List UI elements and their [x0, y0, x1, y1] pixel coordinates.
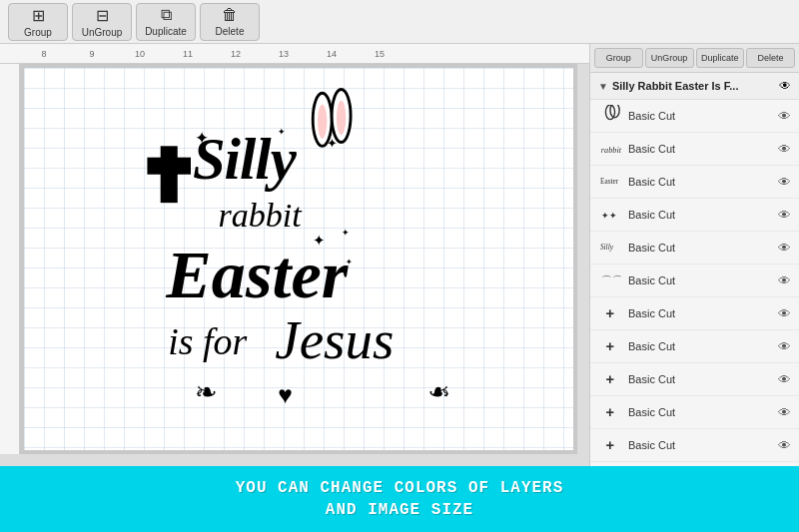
delete-button[interactable]: 🗑 Delete	[200, 3, 260, 41]
main-content: 8 9 10 11 12 13 14 15	[0, 44, 799, 466]
layer-thumbnail	[598, 104, 622, 128]
duplicate-button[interactable]: ⧉ Duplicate	[136, 3, 196, 41]
layer-eye-icon[interactable]: 👁	[778, 339, 791, 354]
svg-text:+: +	[605, 437, 614, 453]
layer-thumbnail: ⌒⌒	[598, 268, 622, 292]
svg-text:❧: ❧	[427, 377, 450, 407]
layer-label: Basic Cut	[628, 406, 772, 418]
duplicate-icon: ⧉	[161, 6, 172, 24]
layer-eye-icon[interactable]: 👁	[778, 142, 791, 157]
svg-text:Easter: Easter	[165, 236, 349, 311]
layers-list[interactable]: Basic Cut 👁 rabbit Basic Cut 👁 Easter Ba…	[590, 100, 799, 466]
layer-thumbnail: +	[598, 433, 622, 457]
svg-text:Silly: Silly	[193, 127, 298, 192]
layer-label: Basic Cut	[628, 242, 772, 254]
banner-line1: YOU CAN CHANGE COLORS OF LAYERS	[236, 477, 564, 499]
ruler-numbers: 8 9 10 11 12 13 14 15	[20, 44, 403, 63]
svg-text:is for: is for	[168, 319, 247, 361]
right-panel: Group UnGroup Duplicate Delete ▼ Silly R…	[589, 44, 799, 466]
layer-label: Basic Cut	[628, 143, 772, 155]
ruler-num-12: 12	[212, 49, 260, 59]
layer-item[interactable]: + Basic Cut 👁	[590, 429, 799, 462]
layer-item[interactable]: + Basic Cut 👁	[590, 297, 799, 330]
svg-text:⌒⌒: ⌒⌒	[601, 274, 621, 286]
ruler-num-9: 9	[68, 49, 116, 59]
layer-thumbnail: Silly	[598, 236, 622, 260]
delete-label: Delete	[216, 26, 245, 37]
canvas-wrapper: ✦ ✦ ✦ ✦ ✦ ✦ Silly rabb	[0, 64, 589, 454]
layer-item[interactable]: + Basic Cut 👁	[590, 363, 799, 396]
layer-eye-icon[interactable]: 👁	[778, 175, 791, 190]
svg-text:+: +	[605, 338, 614, 354]
layer-eye-icon[interactable]: 👁	[778, 273, 791, 288]
group-icon: ⊞	[32, 6, 45, 25]
layer-item[interactable]: rabbit Basic Cut 👁	[590, 133, 799, 166]
duplicate-label: Duplicate	[145, 26, 187, 37]
top-toolbar: ⊞ Group ⊟ UnGroup ⧉ Duplicate 🗑 Delete	[0, 0, 799, 44]
ruler-num-11: 11	[164, 49, 212, 59]
layer-thumbnail: rabbit	[598, 137, 622, 161]
panel-toolbar: Group UnGroup Duplicate Delete	[590, 44, 799, 73]
layer-eye-icon[interactable]: 👁	[778, 438, 791, 453]
layer-item[interactable]: ⌒⌒ Basic Cut 👁	[590, 265, 799, 297]
canvas-scrollbar-right[interactable]	[577, 64, 589, 454]
layer-eye-icon[interactable]: 👁	[778, 208, 791, 223]
layer-eye-icon[interactable]: 👁	[778, 405, 791, 420]
delete-icon: 🗑	[222, 6, 238, 24]
panel-delete-button[interactable]: Delete	[746, 48, 795, 68]
layer-thumbnail: +	[598, 367, 622, 391]
panel-ungroup-button[interactable]: UnGroup	[645, 48, 694, 68]
svg-rect-1	[147, 157, 191, 174]
ungroup-icon: ⊟	[96, 6, 109, 25]
layer-label: Basic Cut	[628, 274, 772, 286]
ruler-num-13: 13	[260, 49, 308, 59]
layer-item[interactable]: + Basic Cut 👁	[590, 330, 799, 363]
layer-header: ▼ Silly Rabbit Easter Is F... 👁	[590, 73, 799, 100]
canvas-scrollbar-bottom[interactable]	[0, 454, 589, 466]
layer-thumbnail: Easter	[598, 170, 622, 194]
svg-text:♥: ♥	[278, 381, 293, 408]
svg-rect-0	[161, 146, 178, 203]
svg-text:+: +	[605, 305, 614, 321]
layer-label: Basic Cut	[628, 176, 772, 188]
layer-eye-icon[interactable]: 👁	[778, 306, 791, 321]
banner-line2: AND IMAGE SIZE	[326, 499, 473, 521]
layer-label: Basic Cut	[628, 373, 772, 385]
layer-item[interactable]: Silly Basic Cut 👁	[590, 232, 799, 265]
layer-header-eye[interactable]: 👁	[779, 79, 791, 93]
layer-label: Basic Cut	[628, 307, 772, 319]
layer-eye-icon[interactable]: 👁	[778, 372, 791, 387]
ruler-left	[0, 64, 20, 454]
layer-item[interactable]: ✦✦ Basic Cut 👁	[590, 199, 799, 232]
layer-item[interactable]: Basic Cut 👁	[590, 100, 799, 133]
layer-thumbnail: +	[598, 400, 622, 424]
layer-label: Basic Cut	[628, 110, 772, 122]
svg-text:Jesus: Jesus	[275, 309, 394, 370]
layer-thumbnail: +	[598, 301, 622, 325]
group-button[interactable]: ⊞ Group	[8, 3, 68, 41]
svg-text:Easter: Easter	[600, 177, 619, 186]
layer-label: Basic Cut	[628, 340, 772, 352]
canvas-grid[interactable]: ✦ ✦ ✦ ✦ ✦ ✦ Silly rabb	[24, 68, 573, 450]
layer-eye-icon[interactable]: 👁	[778, 241, 791, 256]
svg-text:rabbit: rabbit	[601, 146, 621, 155]
panel-duplicate-button[interactable]: Duplicate	[696, 48, 745, 68]
layer-thumbnail: ✦✦	[598, 203, 622, 227]
ruler-top: 8 9 10 11 12 13 14 15	[0, 44, 589, 64]
layer-item[interactable]: + Basic Cut 👁	[590, 396, 799, 429]
svg-text:✦✦: ✦✦	[601, 211, 617, 221]
layer-item[interactable]: Easter Basic Cut 👁	[590, 166, 799, 199]
svg-point-10	[318, 104, 327, 138]
canvas-design: ✦ ✦ ✦ ✦ ✦ ✦ Silly rabb	[129, 80, 468, 439]
layer-label: Basic Cut	[628, 209, 772, 221]
canvas-area: 8 9 10 11 12 13 14 15	[0, 44, 589, 466]
panel-group-button[interactable]: Group	[594, 48, 643, 68]
ungroup-button[interactable]: ⊟ UnGroup	[72, 3, 132, 41]
bottom-banner: YOU CAN CHANGE COLORS OF LAYERS AND IMAG…	[0, 466, 799, 532]
svg-text:rabbit: rabbit	[218, 196, 303, 233]
ruler-num-15: 15	[356, 49, 403, 59]
layer-eye-icon[interactable]: 👁	[778, 109, 791, 124]
group-label: Group	[24, 27, 52, 38]
svg-point-11	[337, 100, 346, 134]
ruler-num-10: 10	[116, 49, 164, 59]
